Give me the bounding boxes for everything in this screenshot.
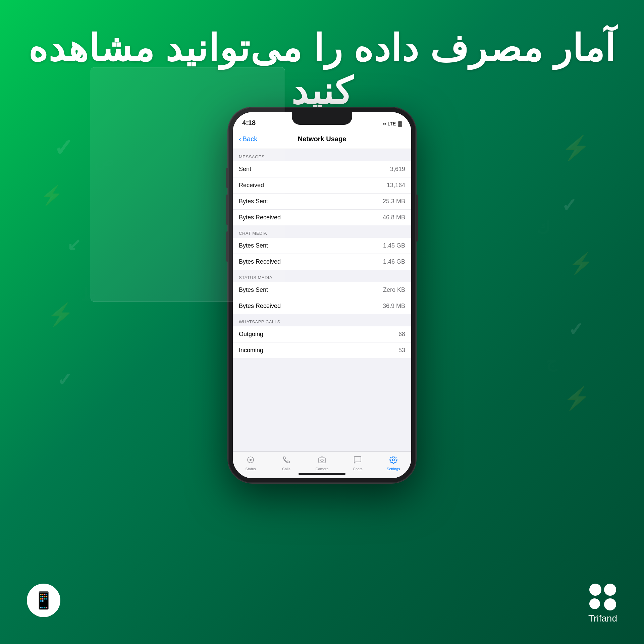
side-button-silent	[226, 168, 228, 188]
page-heading: آمار مصرف داده را می‌توانید مشاهده کنید	[0, 27, 644, 113]
section-chat-media: CHAT MEDIA Bytes Sent 1.45 GB Bytes Rece…	[233, 225, 411, 270]
phone-notch	[292, 112, 352, 125]
value-received: 13,164	[387, 182, 405, 189]
tab-chats-label: Chats	[353, 467, 363, 471]
row-bytes-sent: Bytes Sent 25.3 MB	[233, 194, 411, 210]
tab-status[interactable]: Status	[237, 456, 264, 471]
value-outgoing: 68	[398, 331, 405, 338]
label-outgoing: Outgoing	[239, 331, 263, 338]
svg-point-3	[321, 459, 323, 462]
section-body-calls: Outgoing 68 Incoming 53	[233, 326, 411, 358]
section-body-messages: Sent 3,619 Received 13,164 Bytes Sent 25…	[233, 161, 411, 225]
value-incoming: 53	[398, 347, 405, 354]
status-icons: ▪▪ LTE ▓	[383, 121, 402, 127]
tab-status-label: Status	[246, 467, 256, 471]
section-messages: MESSAGES Sent 3,619 Received 13,164 Byte…	[233, 149, 411, 225]
back-label[interactable]: Back	[243, 135, 257, 143]
row-status-bytes-received: Bytes Received 36.9 MB	[233, 298, 411, 314]
label-received: Received	[239, 182, 264, 189]
trifand-dot-2	[604, 584, 616, 596]
section-header-calls: WHATSAPP CALLS	[233, 314, 411, 326]
value-chat-bytes-received: 1.46 GB	[383, 258, 405, 265]
row-status-bytes-sent: Bytes Sent Zero KB	[233, 282, 411, 298]
signal-icon: ▪▪ LTE	[383, 121, 396, 126]
camera-tab-icon	[318, 456, 326, 466]
tab-calls[interactable]: Calls	[273, 456, 300, 471]
nav-title: Network Usage	[298, 135, 346, 143]
label-chat-bytes-received: Bytes Received	[239, 258, 281, 265]
section-whatsapp-calls: WHATSAPP CALLS Outgoing 68 Incoming 53	[233, 314, 411, 358]
back-button[interactable]: ‹ Back	[239, 135, 257, 143]
svg-rect-2	[319, 458, 325, 463]
phone-shell: 4:18 ▪▪ LTE ▓ ‹ Back Network Usage MESSA…	[228, 107, 416, 483]
chevron-left-icon: ‹	[239, 135, 241, 143]
label-chat-bytes-sent: Bytes Sent	[239, 242, 268, 249]
row-received: Received 13,164	[233, 177, 411, 194]
value-sent: 3,619	[390, 166, 405, 173]
phone-screen: 4:18 ▪▪ LTE ▓ ‹ Back Network Usage MESSA…	[233, 112, 411, 478]
tab-settings-label: Settings	[387, 467, 400, 471]
tab-camera[interactable]: Camera	[309, 456, 335, 471]
battery-icon: ▓	[398, 121, 402, 127]
side-button-volume-up	[226, 195, 228, 225]
trifand-name: Trifand	[588, 613, 617, 624]
trifand-logo: Trifand	[588, 584, 617, 624]
content-area: MESSAGES Sent 3,619 Received 13,164 Byte…	[233, 149, 411, 451]
row-incoming: Incoming 53	[233, 342, 411, 358]
section-header-chat-media: CHAT MEDIA	[233, 225, 411, 238]
tab-settings[interactable]: Settings	[380, 456, 407, 471]
home-indicator	[299, 473, 345, 475]
chats-tab-icon	[354, 456, 362, 466]
section-body-chat-media: Bytes Sent 1.45 GB Bytes Received 1.46 G…	[233, 238, 411, 270]
svg-point-4	[392, 459, 394, 461]
value-chat-bytes-sent: 1.45 GB	[383, 242, 405, 249]
tab-chats[interactable]: Chats	[344, 456, 371, 471]
label-incoming: Incoming	[239, 347, 263, 354]
status-tab-icon	[247, 456, 255, 466]
trifand-dot-1	[589, 584, 601, 596]
phone-icon: 📱	[33, 591, 54, 610]
value-bytes-sent: 25.3 MB	[383, 198, 405, 205]
calls-tab-icon	[282, 456, 290, 466]
section-header-status-media: STATUS MEDIA	[233, 270, 411, 282]
phone-mockup: 4:18 ▪▪ LTE ▓ ‹ Back Network Usage MESSA…	[228, 107, 416, 483]
side-button-power	[416, 195, 418, 241]
phone-icon-badge: 📱	[27, 584, 60, 617]
settings-tab-icon	[389, 456, 397, 466]
section-header-messages: MESSAGES	[233, 149, 411, 161]
status-time: 4:18	[242, 119, 256, 127]
row-outgoing: Outgoing 68	[233, 326, 411, 342]
row-chat-bytes-sent: Bytes Sent 1.45 GB	[233, 238, 411, 254]
label-status-bytes-sent: Bytes Sent	[239, 286, 268, 293]
row-sent: Sent 3,619	[233, 161, 411, 177]
nav-bar: ‹ Back Network Usage	[233, 129, 411, 149]
trifand-dots	[589, 584, 616, 610]
value-status-bytes-sent: Zero KB	[383, 286, 405, 293]
row-chat-bytes-received: Bytes Received 1.46 GB	[233, 254, 411, 270]
trifand-dot-4	[604, 598, 616, 610]
value-bytes-received: 46.8 MB	[383, 214, 405, 221]
label-bytes-sent: Bytes Sent	[239, 198, 268, 205]
tab-camera-label: Camera	[315, 467, 328, 471]
label-bytes-received: Bytes Received	[239, 214, 281, 221]
section-status-media: STATUS MEDIA Bytes Sent Zero KB Bytes Re…	[233, 270, 411, 314]
svg-point-1	[250, 459, 252, 461]
label-status-bytes-received: Bytes Received	[239, 303, 281, 310]
value-status-bytes-received: 36.9 MB	[383, 303, 405, 310]
tab-calls-label: Calls	[282, 467, 290, 471]
label-sent: Sent	[239, 166, 251, 173]
row-bytes-received: Bytes Received 46.8 MB	[233, 210, 411, 225]
section-body-status-media: Bytes Sent Zero KB Bytes Received 36.9 M…	[233, 282, 411, 314]
side-button-volume-down	[226, 231, 228, 262]
trifand-dot-3	[589, 598, 600, 609]
